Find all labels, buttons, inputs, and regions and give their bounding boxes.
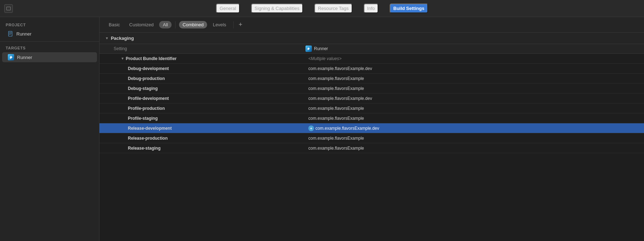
- row-setting-debug-staging: Debug-staging: [99, 86, 305, 91]
- col-runner-header: Runner: [305, 45, 644, 52]
- packaging-section-header: ▼ Packaging: [99, 33, 644, 44]
- row-value-release-development: +com.example.flavorsExample.dev: [305, 124, 644, 133]
- top-toolbar: GeneralSigning & CapabilitiesResource Ta…: [0, 0, 644, 17]
- row-value-debug-staging: com.example.flavorsExample: [305, 85, 644, 92]
- row-value-profile-staging: com.example.flavorsExample: [305, 114, 644, 122]
- row-value-release-staging: com.example.flavorsExample: [305, 144, 644, 152]
- row-setting-release-staging: Release-staging: [99, 146, 305, 151]
- project-section-label: PROJECT: [0, 21, 99, 29]
- table-row[interactable]: Release-stagingcom.example.flavorsExampl…: [99, 143, 644, 153]
- row-setting-profile-production: Profile-production: [99, 106, 305, 111]
- row-setting-product-bundle-id: ▼Product Bundle Identifier: [99, 56, 305, 61]
- targets-section-label: TARGETS: [0, 44, 99, 52]
- window-control-button[interactable]: [4, 4, 13, 13]
- table-row[interactable]: ▼Product Bundle Identifier<Multiple valu…: [99, 54, 644, 64]
- toolbar-tab-info[interactable]: Info: [364, 4, 379, 13]
- toolbar-left: [4, 4, 13, 13]
- document-icon: [8, 31, 13, 37]
- targets-runner-label: Runner: [17, 55, 32, 60]
- table-area: ▼ Packaging Setting Runner: [99, 33, 644, 241]
- section-title: Packaging: [111, 36, 134, 41]
- row-value-profile-development: com.example.flavorsExample.dev: [305, 95, 644, 102]
- runner-flutter-icon: [305, 45, 312, 52]
- toolbar-tabs: GeneralSigning & CapabilitiesResource Ta…: [216, 4, 428, 13]
- filter-separator: [175, 21, 175, 28]
- row-value-debug-production: com.example.flavorsExample: [305, 75, 644, 82]
- row-setting-debug-production: Debug-production: [99, 76, 305, 81]
- sidebar-item-targets-runner[interactable]: Runner: [2, 52, 97, 62]
- filter-levels-button[interactable]: Levels: [209, 21, 230, 29]
- svg-rect-0: [9, 31, 12, 36]
- col-setting-header: Setting: [99, 46, 305, 51]
- filter-separator-2: [233, 21, 234, 28]
- table-row[interactable]: Debug-developmentcom.example.flavorsExam…: [99, 64, 644, 74]
- sidebar-divider: [0, 41, 99, 42]
- chevron-down-icon: ▼: [105, 36, 109, 40]
- row-setting-profile-development: Profile-development: [99, 96, 305, 101]
- content-area: Basic Customized All Combined Levels + ▼…: [99, 17, 644, 241]
- table-rows-container: ▼Product Bundle Identifier<Multiple valu…: [99, 54, 644, 153]
- table-row[interactable]: Debug-stagingcom.example.flavorsExample: [99, 84, 644, 93]
- filter-basic-button[interactable]: Basic: [105, 21, 124, 29]
- table-row[interactable]: Profile-stagingcom.example.flavorsExampl…: [99, 113, 644, 123]
- window-control-icon: [6, 7, 11, 10]
- table-row[interactable]: Profile-productioncom.example.flavorsExa…: [99, 103, 644, 113]
- row-setting-debug-development: Debug-development: [99, 66, 305, 71]
- table-row[interactable]: Release-development+com.example.flavorsE…: [99, 123, 644, 133]
- toolbar-tab-build-settings[interactable]: Build Settings: [390, 4, 428, 13]
- project-runner-label: Runner: [16, 31, 32, 37]
- sidebar: PROJECT Runner TARGETS Runner: [0, 17, 99, 241]
- row-value-profile-production: com.example.flavorsExample: [305, 105, 644, 112]
- toolbar-tab-general[interactable]: General: [216, 4, 239, 13]
- row-setting-release-production: Release-production: [99, 136, 305, 141]
- row-value-debug-development: com.example.flavorsExample.dev: [305, 65, 644, 73]
- filter-all-button[interactable]: All: [159, 21, 171, 28]
- table-row[interactable]: Profile-developmentcom.example.flavorsEx…: [99, 93, 644, 103]
- flutter-icon: [8, 54, 14, 60]
- filter-add-button[interactable]: +: [237, 21, 244, 28]
- row-setting-release-development: Release-development: [99, 126, 305, 131]
- main-area: PROJECT Runner TARGETS Runner: [0, 17, 644, 241]
- column-headers: Setting Runner: [99, 44, 644, 54]
- toolbar-tab-signing[interactable]: Signing & Capabilities: [251, 4, 303, 13]
- filter-combined-button[interactable]: Combined: [179, 21, 207, 28]
- filter-customized-button[interactable]: Customized: [126, 21, 157, 29]
- table-row[interactable]: Debug-productioncom.example.flavorsExamp…: [99, 74, 644, 84]
- row-setting-profile-staging: Profile-staging: [99, 116, 305, 121]
- table-row[interactable]: Release-productioncom.example.flavorsExa…: [99, 133, 644, 143]
- sidebar-item-project-runner[interactable]: Runner: [2, 29, 97, 38]
- row-value-release-production: com.example.flavorsExample: [305, 134, 644, 142]
- row-value-product-bundle-id: <Multiple values>: [305, 55, 644, 63]
- toolbar-tab-resource-tags[interactable]: Resource Tags: [314, 4, 352, 13]
- filter-bar: Basic Customized All Combined Levels +: [99, 17, 644, 33]
